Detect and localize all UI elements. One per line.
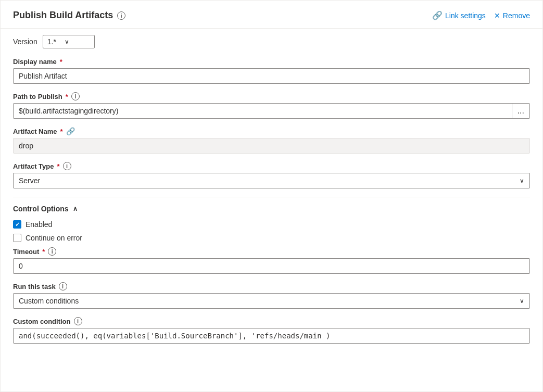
header: Publish Build Artifacts i 🔗 Link setting…	[1, 1, 542, 29]
artifact-type-group: Artifact Type * i Server ∨	[13, 162, 530, 188]
link-settings-button[interactable]: 🔗 Link settings	[432, 10, 486, 20]
page-title: Publish Build Artifacts	[13, 10, 113, 21]
link-icon: 🔗	[432, 10, 443, 20]
remove-button[interactable]: ✕ Remove	[494, 11, 530, 20]
timeout-required: *	[42, 248, 45, 256]
control-options-title: Control Options	[13, 205, 69, 213]
header-right: 🔗 Link settings ✕ Remove	[432, 10, 530, 20]
timeout-input[interactable]	[13, 258, 530, 274]
run-this-task-group: Run this task i Custom conditions ∨	[13, 282, 530, 309]
link-settings-label: Link settings	[445, 11, 486, 20]
artifact-type-label: Artifact Type * i	[13, 162, 530, 170]
run-this-task-chevron-icon: ∨	[520, 297, 524, 305]
artifact-type-info-icon[interactable]: i	[63, 162, 71, 170]
continue-on-error-checkbox[interactable]	[13, 234, 21, 242]
path-to-publish-group: Path to Publish * i ...	[13, 92, 530, 119]
timeout-info-icon[interactable]: i	[48, 247, 56, 256]
path-info-icon[interactable]: i	[71, 92, 80, 100]
run-this-task-select[interactable]: Custom conditions ∨	[13, 293, 530, 309]
display-name-group: Display name *	[13, 58, 530, 84]
path-to-publish-input[interactable]	[14, 104, 512, 118]
display-name-input[interactable]	[13, 68, 530, 84]
version-chevron-icon: ∨	[65, 38, 69, 45]
run-this-task-info-icon[interactable]: i	[59, 282, 67, 290]
enabled-label: Enabled	[26, 220, 52, 229]
artifact-type-select[interactable]: Server ∨	[13, 173, 530, 188]
enabled-checkbox-row: ✓ Enabled	[13, 220, 530, 229]
run-this-task-label: Run this task i	[13, 282, 530, 290]
path-to-publish-label: Path to Publish * i	[13, 92, 530, 100]
version-value: 1.*	[47, 37, 56, 46]
artifact-name-link-icon: 🔗	[66, 127, 75, 135]
run-this-task-value: Custom conditions	[19, 297, 79, 305]
artifact-type-chevron-icon: ∨	[520, 177, 524, 184]
title-info-icon[interactable]: i	[117, 11, 125, 20]
artifact-name-group: Artifact Name * 🔗	[13, 127, 530, 154]
display-name-required: *	[60, 58, 62, 66]
control-options-header: Control Options ∧	[13, 205, 530, 213]
section-divider	[13, 197, 530, 197]
path-required: *	[66, 93, 68, 100]
artifact-type-value: Server	[19, 176, 40, 185]
form-body: Display name * Path to Publish * i ... A…	[1, 53, 542, 362]
remove-x-icon: ✕	[494, 11, 500, 20]
page-container: Publish Build Artifacts i 🔗 Link setting…	[0, 0, 543, 392]
version-row: Version 1.* ∨	[1, 29, 542, 53]
artifact-type-required: *	[57, 162, 60, 170]
artifact-name-required: *	[60, 128, 63, 135]
version-label: Version	[13, 37, 37, 46]
remove-label: Remove	[503, 11, 530, 20]
header-left: Publish Build Artifacts i	[13, 10, 125, 21]
custom-condition-input[interactable]	[13, 328, 530, 344]
control-options-chevron-icon[interactable]: ∧	[73, 205, 78, 212]
custom-condition-label: Custom condition i	[13, 317, 530, 325]
continue-on-error-label: Continue on error	[26, 234, 82, 242]
custom-condition-group: Custom condition i	[13, 317, 530, 344]
artifact-name-input[interactable]	[13, 138, 530, 154]
version-select[interactable]: 1.* ∨	[43, 35, 95, 48]
enabled-checkbox[interactable]: ✓	[13, 220, 21, 229]
path-to-publish-input-wrapper: ...	[13, 103, 530, 119]
timeout-group: Timeout * i	[13, 247, 530, 274]
display-name-label: Display name *	[13, 58, 530, 66]
timeout-label: Timeout * i	[13, 247, 530, 256]
enabled-checkmark-icon: ✓	[15, 221, 20, 228]
continue-on-error-checkbox-row: Continue on error	[13, 234, 530, 242]
custom-condition-info-icon[interactable]: i	[74, 317, 82, 325]
artifact-name-label: Artifact Name * 🔗	[13, 127, 530, 135]
path-to-publish-browse-button[interactable]: ...	[512, 104, 529, 118]
